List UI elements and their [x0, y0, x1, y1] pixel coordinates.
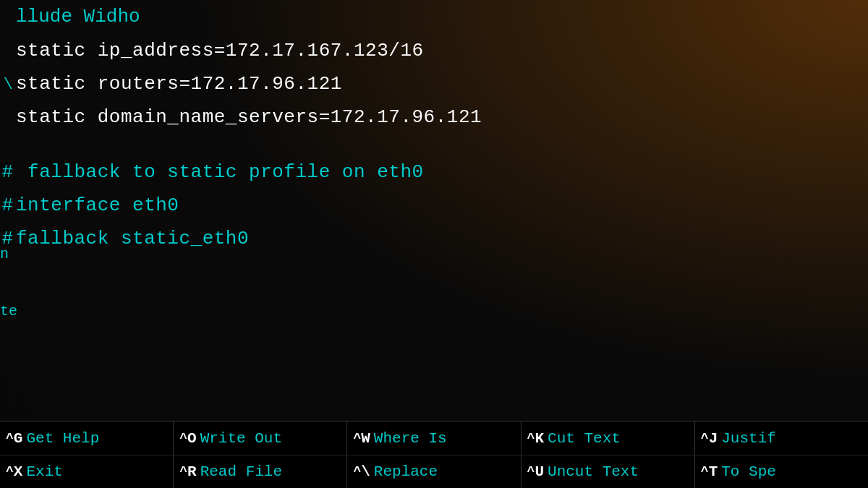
code-line-top-partial: llude Widho — [0, 4, 868, 38]
menu-label-get-help: Get Help — [25, 430, 99, 447]
menu-key-o: ^O — [175, 430, 198, 447]
menu-line-2: ^X Exit ^R Read File ^\ Replace ^U Uncut… — [0, 455, 868, 488]
menu-label-to-spell: To Spe — [720, 463, 776, 480]
menu-key-backslash: ^\ — [349, 463, 372, 480]
line-text-7: fallback static_eth0 — [16, 227, 249, 252]
menu-item-where-is[interactable]: ^W Where Is — [347, 421, 521, 455]
menu-item-cut-text[interactable]: ^K Cut Text — [522, 421, 695, 455]
menu-label-uncut-text: Uncut Text — [546, 463, 639, 480]
menu-key-j: ^J — [697, 430, 720, 447]
menu-item-replace[interactable]: ^\ Replace — [347, 455, 521, 488]
line-gutter-2: \ — [0, 75, 16, 96]
menu-key-u: ^U — [523, 463, 546, 480]
menu-key-k: ^K — [523, 430, 546, 447]
line-text-3: static domain_name_servers=172.17.96.121 — [16, 106, 482, 130]
menu-line-1: ^G Get Help ^O Write Out ^W Where Is ^K … — [0, 421, 868, 455]
menu-key-w: ^W — [349, 430, 372, 447]
menu-label-where-is: Where Is — [373, 430, 447, 447]
code-line-1: static ip_address=172.17.167.123/16 — [0, 38, 868, 71]
menu-key-r: ^R — [175, 463, 198, 480]
line-gutter-5: # — [0, 160, 16, 185]
side-label-n: n — [0, 246, 9, 262]
menu-item-read-file[interactable]: ^R Read File — [174, 455, 347, 488]
menu-item-exit[interactable]: ^X Exit — [0, 455, 174, 488]
partial-line-text: llude Widho — [16, 6, 140, 27]
line-text-2: static routers=172.17.96.121 — [16, 72, 342, 97]
menu-item-get-help[interactable]: ^G Get Help — [0, 421, 174, 455]
line-text-5: fallback to static profile on eth0 — [16, 160, 424, 185]
menu-key-x: ^X — [1, 463, 25, 480]
menu-item-write-out[interactable]: ^O Write Out — [174, 421, 347, 455]
code-line-5: # fallback to static profile on eth0 — [0, 159, 868, 192]
menu-label-justify: Justif — [720, 430, 776, 447]
line-gutter-6: # — [0, 194, 16, 218]
code-line-2: \ static routers=172.17.96.121 — [0, 71, 868, 104]
menu-label-cut-text: Cut Text — [546, 430, 621, 447]
menu-label-replace: Replace — [373, 463, 438, 480]
code-line-3: static domain_name_servers=172.17.96.121 — [0, 104, 868, 137]
menu-item-to-spell[interactable]: ^T To Spe — [695, 455, 868, 488]
editor-area: llude Widho static ip_address=172.17.167… — [0, 0, 868, 421]
menu-row: ^G Get Help ^O Write Out ^W Where Is ^K … — [0, 421, 868, 488]
menu-item-justify[interactable]: ^J Justif — [695, 421, 868, 455]
code-line-6: # interface eth0 — [0, 192, 868, 226]
line-text-6: interface eth0 — [16, 194, 179, 218]
menu-key-t: ^T — [697, 463, 720, 480]
code-line-empty — [0, 137, 868, 159]
code-line-7: # fallback static_eth0 — [0, 226, 868, 259]
menu-key-g: ^G — [1, 430, 25, 447]
side-label-te: te — [0, 303, 17, 320]
menu-item-uncut-text[interactable]: ^U Uncut Text — [522, 455, 695, 488]
menu-label-exit: Exit — [25, 463, 62, 480]
line-text-1: static ip_address=172.17.167.123/16 — [16, 39, 424, 64]
menu-label-write-out: Write Out — [199, 430, 282, 447]
menu-label-read-file: Read File — [199, 463, 282, 480]
terminal-screen: llude Widho static ip_address=172.17.167… — [0, 0, 868, 488]
menu-bar: ^G Get Help ^O Write Out ^W Where Is ^K … — [0, 421, 868, 488]
